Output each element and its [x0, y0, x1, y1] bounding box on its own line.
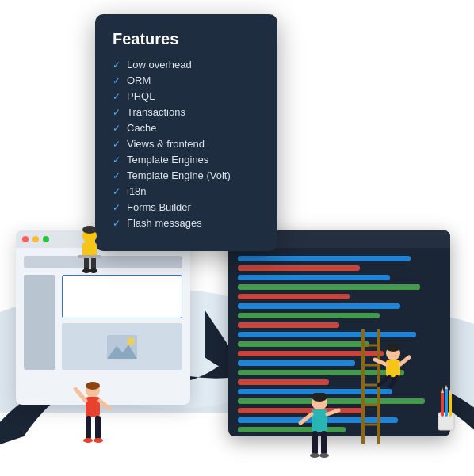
svg-point-16: [86, 382, 100, 390]
feature-label-9: Forms Builder: [127, 202, 191, 212]
code-line-3: [238, 284, 420, 290]
svg-marker-51: [441, 387, 444, 393]
browser-sidebar: [24, 275, 55, 370]
svg-line-42: [327, 410, 338, 414]
features-title: Features: [113, 30, 260, 48]
person-sitting: [70, 222, 109, 277]
svg-rect-17: [86, 397, 100, 417]
svg-line-37: [391, 377, 397, 387]
svg-point-46: [319, 453, 329, 458]
browser-layout: [24, 275, 182, 370]
feature-item-3: ✓Transactions: [113, 107, 260, 117]
code-line-4: [238, 294, 350, 299]
svg-point-32: [386, 344, 400, 352]
check-icon-1: ✓: [113, 76, 120, 86]
check-icon-3: ✓: [113, 108, 120, 117]
check-icon-7: ✓: [113, 171, 120, 181]
svg-point-13: [82, 226, 97, 234]
feature-label-10: Flash messages: [127, 218, 202, 228]
svg-point-11: [82, 268, 90, 273]
feature-item-8: ✓i18n: [113, 186, 260, 196]
browser-content-image: [62, 323, 182, 370]
svg-point-12: [90, 268, 97, 273]
svg-rect-40: [312, 409, 327, 432]
svg-point-23: [94, 438, 103, 443]
svg-line-19: [100, 401, 109, 409]
check-icon-8: ✓: [113, 187, 120, 196]
svg-rect-20: [86, 416, 91, 440]
code-line-6: [238, 313, 380, 318]
feature-label-3: Transactions: [127, 107, 185, 117]
code-line-11: [238, 360, 355, 366]
browser-content: [62, 275, 182, 370]
feature-label-1: ORM: [127, 75, 151, 86]
features-list: ✓Low overhead✓ORM✓PHQL✓Transactions✓Cach…: [113, 59, 260, 228]
check-icon-0: ✓: [113, 60, 120, 70]
feature-label-6: Template Engines: [127, 154, 208, 165]
check-icon-6: ✓: [113, 155, 120, 165]
features-card: Features ✓Low overhead✓ORM✓PHQL✓Transact…: [95, 14, 277, 251]
check-icon-10: ✓: [113, 219, 120, 228]
feature-item-2: ✓PHQL: [113, 91, 260, 101]
feature-label-0: Low overhead: [127, 59, 192, 70]
feature-item-4: ✓Cache: [113, 123, 260, 133]
svg-point-45: [310, 453, 319, 458]
feature-label-8: i18n: [127, 186, 147, 196]
tools-pencils: [434, 385, 458, 432]
check-icon-2: ✓: [113, 92, 120, 101]
check-icon-5: ✓: [113, 139, 120, 149]
feature-item-1: ✓ORM: [113, 75, 260, 86]
person-with-ladder: [347, 322, 411, 448]
code-line-7: [238, 322, 339, 328]
svg-line-34: [375, 360, 386, 364]
dot-yellow-left: [32, 236, 39, 242]
feature-item-0: ✓Low overhead: [113, 59, 260, 70]
check-icon-9: ✓: [113, 203, 120, 212]
svg-rect-43: [312, 431, 318, 455]
code-line-13: [238, 379, 329, 385]
svg-line-35: [400, 357, 409, 364]
feature-label-5: Views & frontend: [127, 139, 205, 149]
feature-item-9: ✓Forms Builder: [113, 202, 260, 212]
svg-rect-33: [386, 360, 400, 377]
svg-point-22: [83, 438, 93, 443]
svg-point-6: [127, 337, 135, 345]
svg-marker-53: [449, 389, 452, 394]
feature-item-10: ✓Flash messages: [113, 218, 260, 228]
code-line-1: [238, 265, 360, 271]
feature-label-2: PHQL: [127, 91, 155, 101]
code-line-2: [238, 275, 390, 280]
svg-line-18: [75, 389, 86, 401]
person-bottom-left: [71, 381, 115, 460]
feature-item-5: ✓Views & frontend: [113, 139, 260, 149]
code-line-5: [238, 303, 400, 309]
svg-line-41: [300, 414, 312, 423]
code-line-0: [238, 256, 411, 261]
feature-label-4: Cache: [127, 123, 157, 133]
person-center-bottom: [296, 393, 343, 464]
feature-item-6: ✓Template Engines: [113, 154, 260, 165]
feature-item-7: ✓Template Engine (Volt): [113, 170, 260, 181]
feature-label-7: Template Engine (Volt): [127, 170, 231, 181]
dot-green-left: [43, 236, 49, 242]
svg-rect-14: [78, 255, 101, 258]
svg-rect-44: [321, 431, 327, 455]
svg-marker-52: [445, 385, 448, 389]
dot-red-left: [22, 236, 29, 242]
browser-content-top: [62, 275, 182, 318]
scene: Features ✓Low overhead✓ORM✓PHQL✓Transact…: [0, 0, 474, 476]
check-icon-4: ✓: [113, 124, 120, 133]
svg-rect-21: [95, 416, 101, 440]
